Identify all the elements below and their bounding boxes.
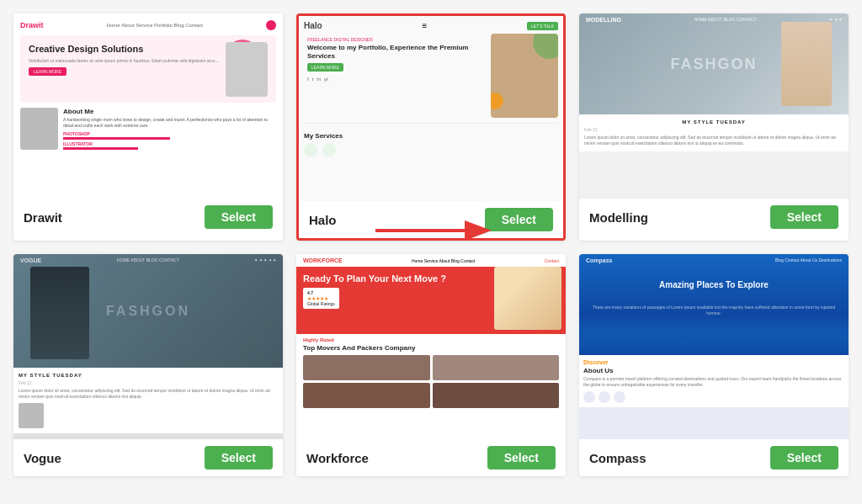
- workforce-select-button[interactable]: Select: [487, 446, 556, 470]
- drawit-about-image: [20, 108, 58, 150]
- workforce-card-name: Workforce: [306, 451, 369, 465]
- halo-service-icon-2: [322, 143, 336, 157]
- drawit-skill-2: ILLUSTRATOR: [63, 141, 276, 146]
- drawit-select-button[interactable]: Select: [205, 205, 273, 229]
- card-drawit: Drawit Home About Service Portfolio Blog…: [13, 13, 283, 241]
- workforce-images-grid: [303, 355, 559, 408]
- modelling-preview: MODELLING HOME ABOUT BLOG CONTACT ✦ ✦ ✦ …: [579, 13, 849, 199]
- compass-nav-items: Blog Contact About Us Destinations: [775, 257, 842, 263]
- compass-icon-2: [599, 391, 610, 403]
- workforce-img-2: [433, 355, 560, 380]
- compass-about-title: About Us: [583, 367, 844, 374]
- vogue-footer: Vogue Select: [13, 439, 283, 476]
- modelling-article-meta: Feb 12: [584, 127, 843, 132]
- workforce-img-3: [303, 383, 430, 408]
- compass-boats-decoration: [579, 321, 849, 355]
- halo-divider: [304, 123, 558, 127]
- vogue-hero-image: VOGUE HOME ABOUT BLOG CONTACT ✦ ✦ ✦ ✦ ✦ …: [13, 254, 283, 368]
- halo-nav: Halo ≡ LET'S TALK: [304, 21, 558, 30]
- drawit-preview: Drawit Home About Service Portfolio Blog…: [13, 13, 283, 199]
- drawit-nav: Drawit Home About Service Portfolio Blog…: [20, 20, 276, 30]
- compass-about-text: Compass is a premier travel platform off…: [583, 376, 844, 388]
- drawit-skill-1: PHOTOSHOP: [63, 131, 276, 136]
- vogue-content: MY STYLE TUESDAY Feb 12 Lorem ipsum dolo…: [13, 368, 283, 433]
- workforce-contact: Contact: [545, 258, 559, 263]
- template-grid: Drawit Home About Service Portfolio Blog…: [13, 13, 849, 476]
- modelling-date: Feb 12: [584, 127, 598, 132]
- halo-hero: FREELANCE DIGITAL DESIGNER Welcome to my…: [304, 34, 558, 118]
- vogue-person-photo: [30, 267, 89, 359]
- workforce-logo: WORKFORCE: [303, 257, 343, 263]
- halo-footer: Halo Select: [299, 201, 563, 238]
- workforce-highly-rated: Highly Rated: [303, 337, 559, 342]
- halo-subtitle: FREELANCE DIGITAL DESIGNER: [307, 37, 482, 42]
- compass-logo: Compass: [586, 257, 613, 263]
- modelling-style-title: MY STYLE TUESDAY: [584, 119, 843, 125]
- halo-card-name: Halo: [309, 213, 337, 227]
- compass-select-button[interactable]: Select: [770, 446, 838, 470]
- vogue-style-title: MY STYLE TUESDAY: [19, 373, 278, 378]
- compass-preview: Compass Blog Contact About Us Destinatio…: [579, 254, 849, 439]
- halo-learn-more-btn: LEARN MORE: [307, 63, 343, 72]
- halo-cta-btn: LET'S TALK: [527, 22, 558, 30]
- drawit-hero: Creative Design Solutions Vestibulum ut …: [20, 35, 276, 103]
- modelling-hero-image: MODELLING HOME ABOUT BLOG CONTACT ✦ ✦ ✦ …: [579, 13, 849, 114]
- halo-hero-title: Welcome to my Portfolio, Experience the …: [307, 44, 482, 60]
- halo-hero-text-block: FREELANCE DIGITAL DESIGNER Welcome to my…: [304, 34, 486, 118]
- halo-service-icons: [304, 143, 558, 157]
- workforce-rating-label: Global Ratings: [307, 301, 335, 306]
- workforce-rating: 4.7 ★★★★★ Global Ratings: [303, 288, 339, 309]
- drawit-card-name: Drawit: [24, 210, 62, 225]
- compass-nav: Compass Blog Contact About Us Destinatio…: [586, 257, 842, 263]
- vogue-select-button[interactable]: Select: [205, 446, 273, 470]
- vogue-thumbnail: [19, 403, 44, 428]
- compass-icon-1: [583, 391, 595, 403]
- drawit-logo: Drawit: [20, 21, 44, 29]
- workforce-nav: WORKFORCE Home Service About Blog Contac…: [296, 254, 566, 267]
- compass-feature-icons: [583, 391, 844, 403]
- halo-yt-icon: yt: [324, 77, 328, 82]
- workforce-nav-items: Home Service About Blog Contact: [412, 258, 476, 263]
- vogue-body-text: Lorem ipsum dolor sit amet, consectetur …: [19, 388, 278, 400]
- card-compass: Compass Blog Contact About Us Destinatio…: [579, 254, 849, 476]
- drawit-footer: Drawit Select: [13, 199, 283, 236]
- halo-in-icon: in: [317, 77, 321, 82]
- vogue-preview: VOGUE HOME ABOUT BLOG CONTACT ✦ ✦ ✦ ✦ ✦ …: [13, 254, 283, 439]
- compass-card-name: Compass: [589, 451, 646, 465]
- halo-menu-icon: ≡: [422, 21, 427, 30]
- modelling-person-photo: [781, 22, 832, 106]
- card-vogue: VOGUE HOME ABOUT BLOG CONTACT ✦ ✦ ✦ ✦ ✦ …: [13, 254, 283, 476]
- halo-tw-icon: t: [312, 77, 314, 82]
- compass-hero-title: Amazing Places To Explore: [588, 279, 840, 290]
- vogue-article-meta: Feb 12: [19, 380, 278, 385]
- halo-logo: Halo: [304, 21, 322, 30]
- drawit-about-text: A hardworking single mom who loves to de…: [63, 117, 276, 129]
- workforce-bottom: Highly Rated Top Movers And Packers Comp…: [296, 334, 566, 411]
- workforce-footer: Workforce Select: [296, 439, 566, 476]
- drawit-avatar-icon: [266, 20, 276, 30]
- modelling-select-button[interactable]: Select: [770, 205, 838, 229]
- workforce-hero: Ready To Plan Your Next Move ? 4.7 ★★★★★…: [296, 267, 566, 334]
- compass-content: Discover About Us Compass is a premier t…: [579, 355, 849, 407]
- vogue-card-name: Vogue: [24, 451, 61, 465]
- drawit-nav-items: Home About Service Portfolio Blog Contac…: [107, 23, 203, 28]
- card-modelling: MODELLING HOME ABOUT BLOG CONTACT ✦ ✦ ✦ …: [579, 13, 849, 241]
- workforce-boxes-image: [494, 267, 561, 330]
- compass-hero: Compass Blog Contact About Us Destinatio…: [579, 254, 849, 355]
- modelling-footer: Modelling Select: [579, 199, 849, 236]
- drawit-about-content: About Me A hardworking single mom who lo…: [63, 108, 276, 151]
- drawit-skill-bar-2: [63, 147, 138, 150]
- drawit-skills: PHOTOSHOP ILLUSTRATOR: [63, 131, 276, 150]
- card-workforce: WORKFORCE Home Service About Blog Contac…: [296, 254, 566, 476]
- vogue-date: Feb 12: [19, 380, 32, 385]
- drawit-skill-bar-1: [63, 137, 170, 140]
- compass-discover-label: Discover: [583, 359, 844, 365]
- halo-select-button[interactable]: Select: [485, 208, 553, 231]
- drawit-figure-decoration: [226, 42, 268, 97]
- halo-services-title: My Services: [304, 132, 558, 140]
- halo-hero-image: [491, 34, 558, 118]
- card-halo: Halo ≡ LET'S TALK FREELANCE DIGITAL DESI…: [296, 13, 566, 241]
- halo-preview: Halo ≡ LET'S TALK FREELANCE DIGITAL DESI…: [299, 16, 563, 201]
- drawit-about-section: About Me A hardworking single mom who lo…: [20, 108, 276, 151]
- drawit-about-title: About Me: [63, 108, 276, 115]
